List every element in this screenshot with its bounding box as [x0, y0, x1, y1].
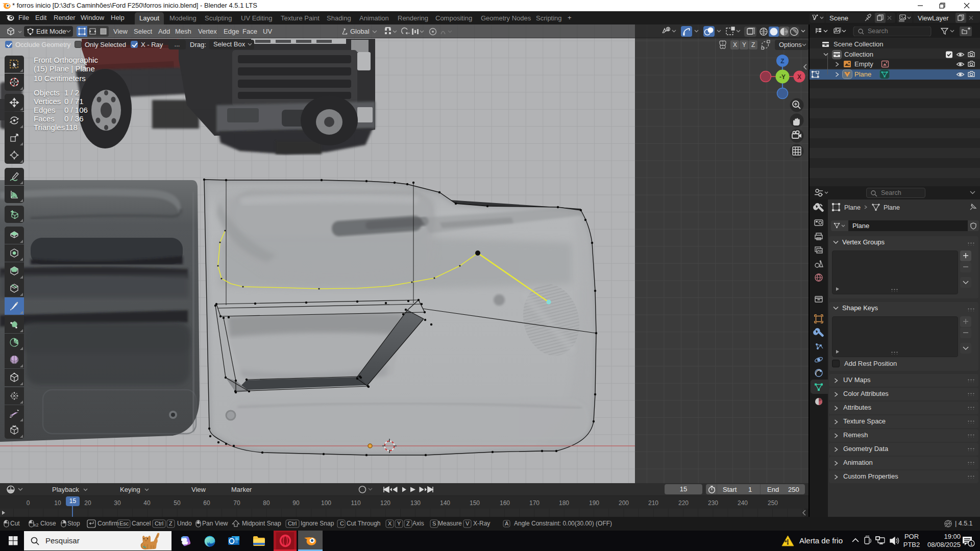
- svg-text:Stop: Stop: [67, 520, 80, 527]
- svg-text:C: C: [340, 520, 344, 527]
- svg-text:Cut: Cut: [10, 520, 20, 527]
- svg-text:-Y: -Y: [779, 73, 786, 81]
- svg-text:X: X: [388, 520, 392, 527]
- svg-text:Undo: Undo: [177, 520, 192, 527]
- svg-text:Plane: Plane: [844, 204, 861, 211]
- svg-text:Pan View: Pan View: [202, 520, 228, 527]
- svg-text:Y: Y: [397, 520, 401, 527]
- svg-text:Cancel: Cancel: [132, 520, 151, 527]
- svg-text:Measure: Measure: [438, 520, 462, 527]
- svg-text:S: S: [432, 520, 436, 527]
- svg-text:Ctrl: Ctrl: [288, 520, 297, 527]
- svg-text:Options: Options: [779, 41, 802, 48]
- svg-text:ViewLayer: ViewLayer: [918, 14, 949, 22]
- svg-text:Plane: Plane: [884, 204, 900, 211]
- svg-text:Z: Z: [406, 520, 410, 527]
- svg-text:A: A: [505, 520, 509, 527]
- svg-text:Confirm: Confirm: [97, 520, 119, 527]
- svg-text:Global: Global: [350, 28, 370, 35]
- svg-text:Z: Z: [780, 58, 784, 65]
- svg-text:X-Ray: X-Ray: [473, 520, 490, 527]
- svg-text:Search: Search: [868, 28, 888, 35]
- svg-text:Esc: Esc: [119, 520, 129, 527]
- svg-text:1: 1: [970, 541, 973, 546]
- svg-text:Axis: Axis: [412, 520, 424, 527]
- svg-text:V: V: [465, 520, 470, 527]
- svg-text:Z: Z: [751, 41, 755, 48]
- svg-text:Ignore Snap: Ignore Snap: [301, 520, 334, 527]
- svg-text:Cut Through: Cut Through: [347, 520, 381, 527]
- svg-text:Ctrl: Ctrl: [155, 520, 163, 527]
- svg-text:X: X: [733, 41, 737, 48]
- svg-text:x2: x2: [34, 522, 39, 528]
- svg-text:Midpoint Snap: Midpoint Snap: [242, 520, 281, 527]
- svg-text:Scene: Scene: [829, 14, 848, 22]
- svg-text:Z: Z: [169, 520, 173, 527]
- svg-text:X: X: [797, 73, 801, 81]
- svg-text:Y: Y: [742, 41, 746, 48]
- svg-text:Close: Close: [40, 520, 56, 527]
